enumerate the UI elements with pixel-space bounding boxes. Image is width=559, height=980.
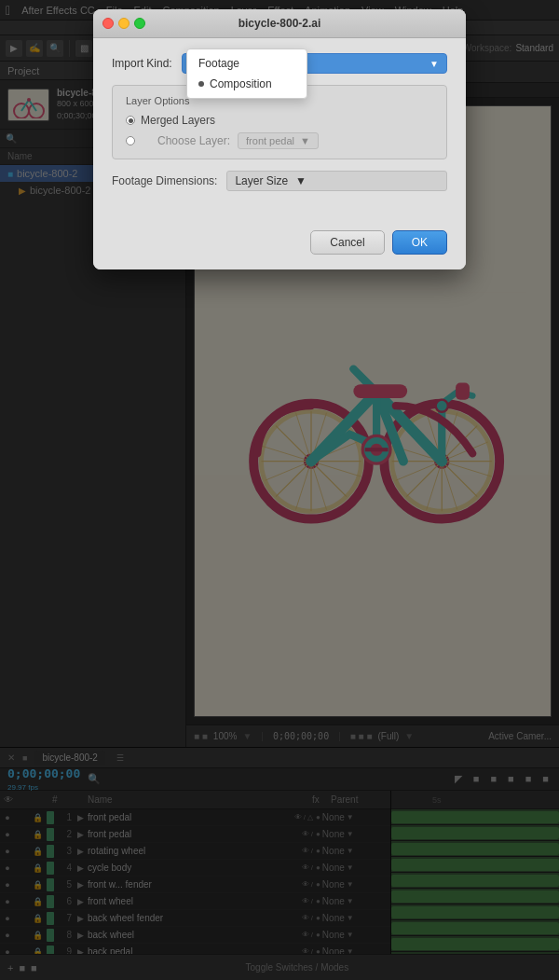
choose-layer-label: Choose Layer: xyxy=(157,134,230,147)
choose-layer-select[interactable]: front pedal ▼ xyxy=(238,132,319,149)
close-button-dot[interactable] xyxy=(102,18,114,29)
dropdown-footage[interactable]: Footage xyxy=(187,53,307,74)
dialog-titlebar: bicycle-800-2.ai xyxy=(93,9,466,38)
merged-layers-row: Merged Layers xyxy=(126,114,433,127)
maximize-button-dot[interactable] xyxy=(134,18,145,29)
minimize-button-dot[interactable] xyxy=(118,18,130,29)
footage-dimensions-arrow: ▼ xyxy=(295,174,307,187)
choose-layer-value: front pedal xyxy=(246,135,294,146)
dialog-title: bicycle-800-2.ai xyxy=(239,17,321,30)
import-kind-arrow: ▼ xyxy=(429,59,439,69)
footage-dimensions-select[interactable]: Layer Size ▼ xyxy=(226,171,447,191)
merged-layers-radio[interactable] xyxy=(126,116,135,125)
import-kind-dropdown: Footage Composition xyxy=(186,48,307,99)
composition-bullet xyxy=(198,81,204,87)
merged-layers-label: Merged Layers xyxy=(141,114,215,127)
dropdown-composition[interactable]: Composition xyxy=(187,74,307,94)
footage-dimensions-row: Footage Dimensions: Layer Size ▼ xyxy=(112,171,447,191)
window-controls xyxy=(102,18,145,29)
dialog-buttons: Cancel OK xyxy=(93,221,466,269)
footage-dimensions-value: Layer Size xyxy=(235,174,288,187)
ok-button[interactable]: OK xyxy=(392,230,447,255)
choose-layer-row: Choose Layer: front pedal ▼ xyxy=(126,132,433,149)
import-kind-label: Import Kind: xyxy=(112,57,172,70)
footage-dimensions-label: Footage Dimensions: xyxy=(112,174,217,187)
choose-layer-radio[interactable] xyxy=(126,136,135,145)
dialog-overlay: bicycle-800-2.ai Import Kind: Compositio… xyxy=(0,0,559,980)
composition-option: Composition xyxy=(210,77,272,90)
choose-layer-arrow: ▼ xyxy=(300,135,310,146)
footage-option: Footage xyxy=(198,57,239,70)
cancel-button[interactable]: Cancel xyxy=(310,230,384,255)
